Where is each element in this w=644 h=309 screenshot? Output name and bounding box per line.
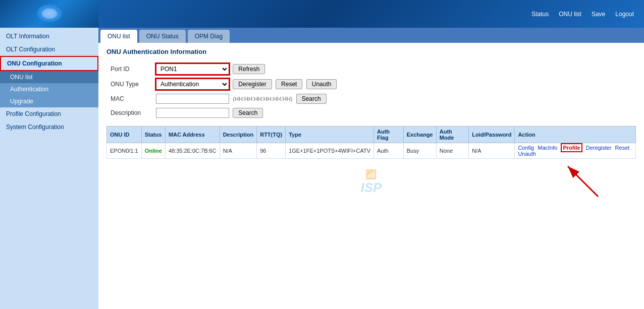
unauth-button[interactable]: Unauth xyxy=(306,79,337,89)
deregister-button[interactable]: Deregister xyxy=(233,79,272,89)
port-id-select[interactable]: PON1 PON2 PON3 PON4 xyxy=(156,64,229,75)
cell-rtt: 96 xyxy=(257,143,286,159)
search-desc-button[interactable]: Search xyxy=(233,108,263,118)
col-auth-flag: Auth Flag xyxy=(373,127,403,143)
table-container: ONU ID Status MAC Address Description RT… xyxy=(106,126,636,159)
sidebar-item-onu-config[interactable]: ONU Configuration xyxy=(0,56,98,71)
col-type: Type xyxy=(286,127,374,143)
nav-status[interactable]: Status xyxy=(531,11,549,18)
sidebar-sub-authentication[interactable]: Authentication xyxy=(0,83,98,95)
cell-status: Online xyxy=(141,143,165,159)
col-action: Action xyxy=(515,127,636,143)
nav-save[interactable]: Save xyxy=(592,11,605,18)
onu-type-select[interactable]: Authentication All Online Offline xyxy=(156,79,229,90)
action-profile[interactable]: Profile xyxy=(561,143,582,152)
cell-mac: 48:35:2E:0C:7B:6C xyxy=(165,143,220,159)
action-macinfo[interactable]: MacInfo xyxy=(538,145,557,151)
nav-onu-list[interactable]: ONU list xyxy=(559,11,581,18)
sidebar-sub-onu-list[interactable]: ONU list xyxy=(0,71,98,83)
top-nav: Status ONU list Save Logout xyxy=(531,11,634,18)
main-content: ONU Authentication Information Port ID P… xyxy=(98,43,644,309)
tab-row: ONU list ONU Status OPM Diag xyxy=(98,28,644,43)
tabs-and-main: ONU list ONU Status OPM Diag ONU Authent… xyxy=(98,28,644,309)
col-rtt: RTT(TQ) xyxy=(257,127,286,143)
form-table: Port ID PON1 PON2 PON3 PON4 Refresh xyxy=(106,61,341,120)
tab-opm-diag[interactable]: OPM Diag xyxy=(188,30,230,43)
col-loid: Loid/Password xyxy=(469,127,515,143)
watermark-area: 📶 ISP xyxy=(106,164,636,209)
sidebar-sub-upgrade[interactable]: Upgrade xyxy=(0,95,98,107)
port-id-label: Port ID xyxy=(106,61,152,77)
action-unauth[interactable]: Unauth xyxy=(518,151,535,157)
col-auth-mode: Auth Mode xyxy=(436,127,468,143)
page-title: ONU Authentication Information xyxy=(106,48,636,55)
sidebar-item-olt-info[interactable]: OLT Information xyxy=(0,30,98,43)
col-exchange: Exchange xyxy=(403,127,436,143)
tab-onu-list[interactable]: ONU list xyxy=(100,30,137,43)
col-status: Status xyxy=(141,127,165,143)
description-label: Description xyxy=(106,106,152,120)
reset-button[interactable]: Reset xyxy=(276,79,302,89)
cell-type: 1GE+1FE+1POTS+4WIFI+CATV xyxy=(286,143,374,159)
tab-onu-status[interactable]: ONU Status xyxy=(139,30,186,43)
col-onu-id: ONU ID xyxy=(107,127,142,143)
action-reset[interactable]: Reset xyxy=(615,145,630,151)
col-mac: MAC Address xyxy=(165,127,220,143)
data-table: ONU ID Status MAC Address Description RT… xyxy=(106,126,636,159)
sidebar-item-olt-config[interactable]: OLT Configuration xyxy=(0,43,98,56)
action-config[interactable]: Config xyxy=(518,145,534,151)
cell-desc: N/A xyxy=(220,143,257,159)
sidebar-sub-menu: ONU list Authentication Upgrade xyxy=(0,71,98,107)
sidebar: OLT Information OLT Configuration ONU Co… xyxy=(0,28,98,309)
cell-auth-mode: None xyxy=(436,143,468,159)
sidebar-item-profile-config[interactable]: Profile Configuration xyxy=(0,107,98,120)
top-header: Status ONU list Save Logout xyxy=(0,0,644,28)
action-deregister[interactable]: Deregister xyxy=(586,145,612,151)
mac-label: MAC xyxy=(106,92,152,106)
cell-auth-flag: Auth xyxy=(373,143,403,159)
cell-exchange: Busy xyxy=(403,143,436,159)
onu-type-label: ONU Type xyxy=(106,77,152,92)
sidebar-item-system-config[interactable]: System Configuration xyxy=(0,120,98,134)
page-wrapper: Status ONU list Save Logout OLT Informat… xyxy=(0,0,644,309)
cell-onu-id: EPON0/1:1 xyxy=(107,143,142,159)
cell-actions: Config MacInfo Profile Deregister Reset … xyxy=(515,143,636,159)
table-row: EPON0/1:1 Online 48:35:2E:0C:7B:6C N/A 9… xyxy=(107,143,636,159)
refresh-button[interactable]: Refresh xyxy=(233,64,265,74)
col-desc: Description xyxy=(220,127,257,143)
logo-area xyxy=(0,0,98,28)
search-mac-button[interactable]: Search xyxy=(296,94,327,104)
cell-loid: N/A xyxy=(469,143,515,159)
description-input[interactable] xyxy=(156,108,229,118)
nav-logout[interactable]: Logout xyxy=(615,11,634,18)
mac-hint: (HH:HH:HH:HH:HH:HH) xyxy=(233,96,292,102)
mac-input[interactable] xyxy=(156,94,229,104)
